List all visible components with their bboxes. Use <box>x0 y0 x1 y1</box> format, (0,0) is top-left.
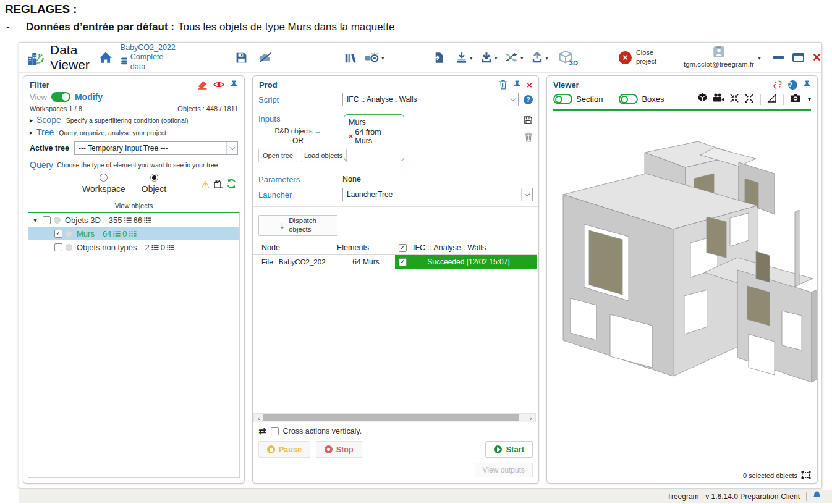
collapse-icon[interactable]: ▾ <box>31 217 40 224</box>
view-modify-toggle[interactable] <box>51 92 70 102</box>
row-checkbox[interactable]: ✓ <box>399 258 407 266</box>
help-icon[interactable]: ? <box>788 80 797 90</box>
scroll-left-icon[interactable]: ‹ <box>254 414 263 422</box>
tree-expander-icon[interactable]: ▸ <box>30 129 33 136</box>
download-icon[interactable] <box>480 52 493 64</box>
home-icon[interactable] <box>98 51 113 64</box>
section-toggle-group[interactable]: Section <box>553 94 603 104</box>
pin-icon[interactable] <box>803 80 811 90</box>
save-icon[interactable] <box>235 51 248 64</box>
refresh-icon[interactable] <box>226 178 237 191</box>
user-caret-icon[interactable]: ▾ <box>758 54 761 61</box>
delete-inputs-icon[interactable] <box>524 132 533 145</box>
measure-icon[interactable] <box>767 93 777 106</box>
close-window-button[interactable]: × <box>813 51 821 64</box>
user-account-button[interactable]: tgm.cclot@treegram.fr <box>684 46 754 69</box>
screenshot-icon[interactable] <box>790 93 801 105</box>
stop-button[interactable]: Stop <box>316 441 362 458</box>
horizontal-scrollbar[interactable]: ‹ › <box>253 413 536 422</box>
building-icon[interactable] <box>213 178 223 191</box>
cross-actions-checkbox[interactable] <box>271 427 279 435</box>
script-dropdown-icon[interactable] <box>507 93 518 106</box>
scope-expander-icon[interactable]: ▸ <box>30 117 33 124</box>
objets-3d-checkbox[interactable] <box>43 216 51 224</box>
column-elements[interactable]: Elements <box>326 243 395 252</box>
help-icon[interactable]: ? <box>524 95 533 104</box>
start-button[interactable]: Start <box>485 441 533 458</box>
load-objects-button[interactable]: Load objects <box>300 149 347 162</box>
pin-icon[interactable] <box>513 80 521 90</box>
projector-icon[interactable] <box>365 52 380 63</box>
table-row[interactable]: File : BabyCO2_202. 64 Murs ✓ Succeeded … <box>253 255 537 269</box>
pin-icon[interactable] <box>230 80 238 90</box>
camera-path-icon[interactable] <box>713 93 724 105</box>
download-to-surface-icon[interactable] <box>456 52 468 64</box>
open-tree-button[interactable]: Open tree <box>258 149 297 162</box>
pause-button[interactable]: Pause <box>258 441 310 458</box>
projector-caret-icon[interactable]: ▾ <box>381 54 384 61</box>
section-toggle[interactable] <box>553 94 572 104</box>
scope-section-row[interactable]: ▸ Scope Specify a superfiltering conditi… <box>23 115 244 125</box>
tree-row-objets-3d[interactable]: ▾ Objets 3D 355 66 <box>28 213 239 227</box>
objets-non-types-checkbox[interactable] <box>54 243 62 251</box>
modify-label: Modify <box>75 92 103 102</box>
dispatch-objects-button[interactable]: ↓ Dispatchobjects <box>258 215 337 236</box>
download-surface-caret-icon[interactable]: ▾ <box>470 54 473 61</box>
radio-object[interactable]: Object <box>142 174 166 194</box>
stop-label: Stop <box>336 445 354 454</box>
broken-link-icon[interactable] <box>773 80 783 90</box>
script-column-checkbox[interactable]: ✓ <box>399 244 407 252</box>
view-outputs-button[interactable]: View outputs <box>475 463 533 477</box>
download-caret-icon[interactable]: ▾ <box>495 54 498 61</box>
scrollbar-track[interactable] <box>263 414 526 422</box>
radio-workspace[interactable]: Workspace <box>82 174 125 194</box>
column-script[interactable]: IFC :: Analyse : Walls <box>413 243 486 252</box>
shuffle-caret-icon[interactable]: ▾ <box>520 54 524 61</box>
notifications-bell-icon[interactable] <box>813 490 825 502</box>
boxes-toggle-group[interactable]: Boxes <box>619 94 664 104</box>
minimize-button[interactable] <box>773 56 784 59</box>
launcher-select[interactable]: LauncherTree <box>342 188 533 201</box>
close-project-button[interactable]: × Closeproject <box>619 49 656 66</box>
cloud-offline-icon[interactable] <box>258 52 273 63</box>
shuffle-icon[interactable] <box>505 52 519 62</box>
upload-caret-icon[interactable]: ▾ <box>545 54 548 61</box>
cube-view-icon[interactable] <box>697 93 708 106</box>
project-info[interactable]: BabyCO2_2022 Complete data <box>121 43 176 72</box>
close-panel-icon[interactable]: × <box>527 80 532 90</box>
active-tree-select[interactable]: --- Temporary Input Tree --- <box>74 141 238 155</box>
maximize-button[interactable] <box>792 53 804 62</box>
remove-chip-icon[interactable]: × <box>349 132 353 141</box>
import-file-icon[interactable] <box>433 52 444 64</box>
trash-icon[interactable] <box>499 80 507 90</box>
expand-view-icon[interactable] <box>744 93 754 106</box>
active-tree-dropdown-icon[interactable] <box>226 142 237 154</box>
query-label: Query <box>30 160 53 170</box>
eraser-icon[interactable] <box>197 80 208 90</box>
dispatch-arrow-icon: ↓ <box>279 220 284 231</box>
scroll-right-icon[interactable]: › <box>526 414 535 422</box>
library-icon[interactable] <box>344 52 356 64</box>
upload-icon[interactable] <box>531 52 543 64</box>
radio-workspace-circle[interactable] <box>100 174 108 182</box>
dispatch-label-1: Dispatch <box>289 217 316 224</box>
murs-checkbox[interactable]: ✓ <box>54 230 62 238</box>
tree-section-row[interactable]: ▸ Tree Query, organize, analyse your pro… <box>23 127 244 137</box>
input-object-chip[interactable]: Murs × 64 from Murs <box>344 114 404 161</box>
scrollbar-thumb[interactable] <box>263 414 519 421</box>
launcher-dropdown-icon[interactable] <box>521 188 532 201</box>
radio-object-circle[interactable] <box>150 174 158 182</box>
viewer-3d-canvas[interactable]: 0 selected objects <box>547 111 817 483</box>
boxes-toggle[interactable] <box>619 94 638 104</box>
tree-row-murs[interactable]: ✓ Murs 64 0 <box>28 227 239 240</box>
script-select[interactable]: IFC :: Analyse : Walls <box>342 93 519 106</box>
column-node[interactable]: Node <box>253 243 326 252</box>
viewer-panel: Viewer ? Section Boxes <box>546 75 818 484</box>
inputs-section: Inputs D&D objects → OR Open tree Load o… <box>253 112 538 166</box>
viewer-3d-icon[interactable]: 3D <box>558 50 573 65</box>
tree-row-objets-non-types[interactable]: Objets non typés 2 0 <box>28 240 239 254</box>
save-inputs-icon[interactable] <box>524 116 533 127</box>
screenshot-caret-icon[interactable]: ▾ <box>808 96 811 103</box>
eye-icon[interactable] <box>213 81 224 88</box>
zoom-fit-icon[interactable] <box>729 93 739 106</box>
